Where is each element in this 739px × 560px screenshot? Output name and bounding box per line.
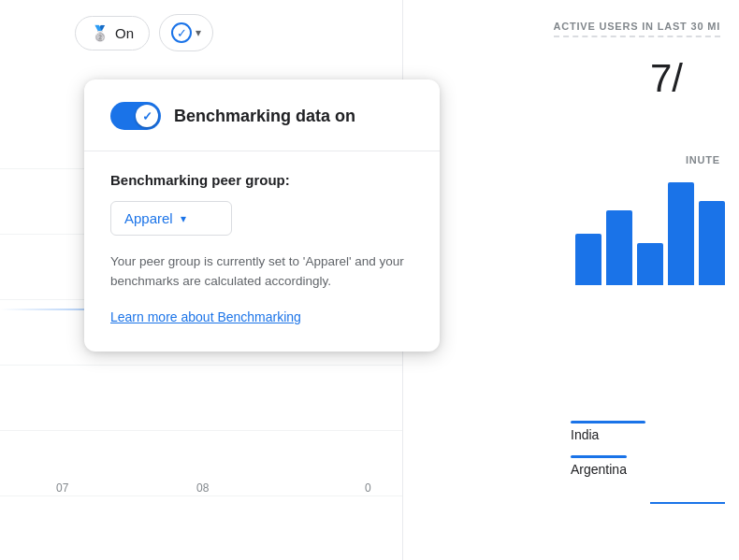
on-label: On [115,25,134,41]
list-item: Argentina [571,455,720,477]
timeline-label-08: 08 [196,481,209,495]
big-number: 7/ [650,56,683,101]
toggle-check-icon: ✓ [142,109,152,123]
peer-group-value: Apparel [124,210,173,226]
zero-label: 0 [365,481,371,495]
inute-label: INUTE [686,154,720,165]
popup-header: ✓ Benchmarking data on [110,102,413,130]
learn-more-link[interactable]: Learn more about Benchmarking [110,309,301,324]
benchmarking-popup: ✓ Benchmarking data on Benchmarking peer… [84,79,440,352]
chevron-down-icon: ▾ [196,26,201,39]
country-bar-india [571,421,645,424]
line-right [650,502,725,504]
country-bar-argentina [571,455,627,458]
country-list: India Argentina [571,421,720,490]
peer-group-dropdown[interactable]: Apparel ▾ [110,201,232,236]
active-users-label: ACTIVE USERS IN LAST 30 MI [554,21,721,37]
timeline-label-07: 07 [56,481,68,495]
checkmark-dropdown-button[interactable]: ✓ ▾ [159,14,213,51]
bar-4 [668,182,694,285]
peer-group-description: Your peer group is currently set to 'App… [110,252,413,292]
list-item: India [571,421,720,442]
bar-3 [637,243,663,285]
toggle-switch[interactable]: ✓ [110,102,161,130]
grid-line [0,430,402,431]
bar-chart [575,173,725,285]
check-circle-icon: ✓ [171,22,192,43]
grid-line [0,495,402,496]
popup-title: Benchmarking data on [174,107,355,126]
bar-2 [606,210,632,285]
top-bar: 🥈 On ✓ ▾ [75,14,213,51]
benchmarking-on-button[interactable]: 🥈 On [75,16,150,50]
country-name-argentina: Argentina [571,462,720,477]
peer-group-label: Benchmarking peer group: [110,172,413,188]
medal-icon: 🥈 [91,24,109,42]
bar-1 [575,234,601,285]
bar-5 [699,201,725,285]
toggle-thumb: ✓ [136,105,158,127]
peer-group-chevron-icon: ▾ [181,212,186,225]
popup-divider [84,151,440,151]
country-name-india: India [571,427,720,442]
grid-line [0,365,402,366]
